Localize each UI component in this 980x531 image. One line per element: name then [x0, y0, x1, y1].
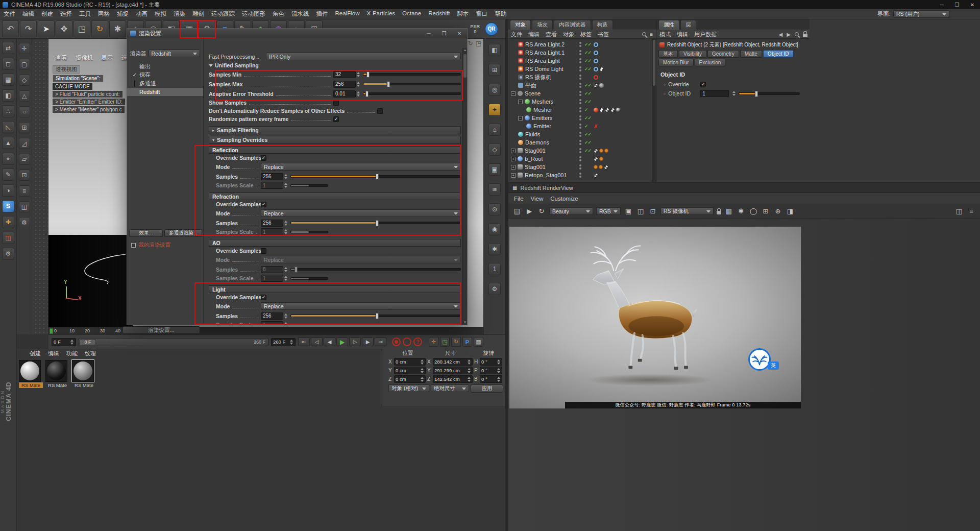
texture-tag-icon[interactable] — [599, 108, 604, 112]
samples-scale-field[interactable]: 1 — [261, 228, 283, 235]
layer-dots-icon[interactable] — [579, 131, 582, 137]
rs-object-tag-icon[interactable] — [599, 165, 603, 169]
enabled-checks-icon[interactable]: ✓✓ — [584, 91, 593, 96]
menu-item[interactable]: 运动跟踪 — [208, 10, 238, 18]
dont-reduce-checkbox[interactable] — [377, 108, 383, 114]
attribute-tab[interactable]: Motion Blur — [658, 59, 694, 66]
frame-ruler[interactable]: 01020304050 — [48, 327, 483, 334]
enabled-checks-icon[interactable]: ✓ — [584, 124, 593, 129]
material-item[interactable]: RS Mate — [19, 360, 43, 388]
stepper-icon[interactable] — [283, 182, 288, 189]
toggle-view-icon[interactable]: ◳ — [476, 40, 481, 47]
goto-start-icon[interactable]: ⇤ — [298, 337, 310, 346]
stepper-icon[interactable] — [283, 322, 288, 325]
light-tag-icon[interactable] — [594, 51, 598, 55]
menu-item[interactable]: 角色 — [269, 10, 288, 18]
grid-icon[interactable]: ▦ — [724, 207, 733, 216]
tree-item-output[interactable]: 输出 — [127, 62, 203, 71]
mode-select[interactable]: Replace — [261, 209, 461, 217]
menu-item[interactable]: 模拟 — [151, 10, 170, 18]
texture-tag-icon[interactable] — [599, 67, 604, 71]
fast-preprocessing-select[interactable]: IPR Only — [266, 53, 461, 60]
sampling-overrides-section[interactable]: ▾ Sampling Overrides — [209, 136, 461, 144]
dock-icon[interactable]: ◫ — [954, 207, 964, 216]
menu-item[interactable]: 用户数据 — [691, 31, 720, 38]
record-parameter-icon[interactable]: P — [462, 337, 472, 347]
record-position-icon[interactable]: ✛ — [429, 337, 438, 347]
render-canvas[interactable]: 英 微信公众号: 野鹿志 微信: 野鹿志 作者: 马鹿野郎 Frame 0 13… — [508, 219, 980, 531]
close-icon[interactable]: ✕ — [965, 1, 980, 9]
search-icon[interactable] — [795, 32, 799, 36]
record-icon[interactable] — [392, 337, 401, 346]
menu-item[interactable]: Octane — [399, 10, 425, 18]
samples-slider[interactable] — [290, 315, 461, 317]
stepper-icon[interactable] — [283, 275, 288, 282]
mode-select[interactable]: Replace — [261, 256, 461, 263]
menu-item[interactable]: 编辑 — [525, 31, 543, 38]
menu-item[interactable]: 功能 — [63, 350, 81, 357]
menu-icon[interactable]: ≡ — [967, 207, 976, 216]
stepper-icon[interactable] — [289, 339, 293, 345]
menu-item[interactable]: 书签 — [595, 31, 612, 38]
lock-icon[interactable] — [803, 34, 807, 37]
coord-mode-select[interactable]: 对象 (相对) — [388, 384, 429, 392]
snapshot-icon[interactable]: ⊕ — [773, 207, 782, 216]
menu-item[interactable]: 运动图形 — [238, 10, 269, 18]
record-scale-icon[interactable]: ◳ — [440, 337, 450, 347]
menu-item[interactable]: 文件 — [0, 10, 19, 18]
frame-0-marker[interactable]: 0 F — [80, 339, 96, 345]
refresh-icon[interactable]: ↻ — [537, 207, 546, 216]
close-icon[interactable]: ✕ — [452, 29, 467, 38]
samples-scale-slider[interactable] — [290, 277, 328, 280]
apply-button[interactable]: 应用 — [471, 384, 503, 393]
display-icon[interactable]: ▣ — [488, 163, 501, 176]
attribute-tab[interactable]: Exclusion — [695, 59, 726, 66]
multipass-render-button[interactable]: 多通道渲染... — [164, 229, 202, 237]
gear-icon[interactable]: ⚙ — [488, 283, 501, 295]
view-label[interactable]: 透视视图 — [53, 65, 80, 74]
rotation-h-field[interactable]: 0 ° — [480, 358, 502, 366]
rs-object-tag-icon[interactable] — [594, 165, 598, 169]
texture-tag-icon[interactable] — [594, 83, 598, 88]
attribute-tab[interactable]: Visibility — [679, 50, 706, 58]
gear-icon[interactable]: ⚙ — [19, 217, 30, 228]
tree-row[interactable]: RS Area Light.2✓✓ — [508, 40, 656, 49]
gear-icon[interactable]: ⚙ — [2, 248, 14, 260]
menu-item[interactable]: 纹理 — [81, 350, 100, 357]
reflection-group-header[interactable]: Reflection — [209, 146, 461, 154]
grid-snap-icon[interactable]: ⊞ — [488, 64, 501, 76]
play-icon[interactable]: ▶ — [336, 337, 348, 346]
renderer-select[interactable]: Redshift — [149, 50, 201, 57]
menu-item[interactable]: 文件 — [508, 31, 525, 38]
tree-row[interactable]: RS Area Light.1✓✓ — [508, 49, 656, 57]
prev-frame-icon[interactable]: ◀ — [324, 337, 335, 346]
search-icon[interactable] — [642, 32, 646, 36]
history-back-icon[interactable]: ◀ — [779, 32, 783, 37]
material-tag-icon[interactable] — [599, 83, 604, 88]
menu-item[interactable]: Customize — [547, 196, 581, 202]
anim-dot-icon[interactable]: ○ — [664, 92, 666, 95]
rotation-p-field[interactable]: 0 ° — [480, 367, 502, 374]
instance-icon[interactable]: ⊡ — [19, 170, 30, 181]
filter-icon[interactable]: ≡ — [650, 32, 653, 37]
tree-row[interactable]: +Stag001✓✓ — [508, 147, 656, 155]
rotate-icon[interactable]: ↻ — [91, 20, 108, 37]
region-icon[interactable]: ◯ — [749, 207, 758, 216]
samples-scale-field[interactable]: 1 — [261, 321, 283, 325]
texture-tag-icon[interactable] — [594, 149, 598, 153]
menu-item[interactable]: 网格 — [94, 10, 113, 18]
override-checkbox[interactable]: ✓ — [700, 82, 706, 87]
samples-max-slider[interactable] — [363, 83, 461, 85]
cube-icon[interactable]: ▢ — [19, 59, 30, 70]
material-tag-icon[interactable] — [594, 108, 598, 112]
rs-object-tag-icon[interactable] — [599, 157, 603, 161]
dot-icon[interactable]: ⊙ — [488, 203, 501, 215]
samples-scale-field[interactable]: 1 — [261, 275, 283, 282]
unified-sampling-header[interactable]: Unified Sampling — [209, 61, 461, 69]
tree-row[interactable]: −Emitters✓✓ — [508, 114, 656, 122]
expand-icon[interactable]: + — [511, 149, 516, 153]
target-icon[interactable]: ◎ — [488, 84, 501, 96]
ab-icon[interactable]: ◨ — [786, 207, 795, 216]
scrollbar[interactable]: ▲▼ — [462, 48, 467, 325]
texture-tag-icon[interactable] — [610, 108, 615, 112]
